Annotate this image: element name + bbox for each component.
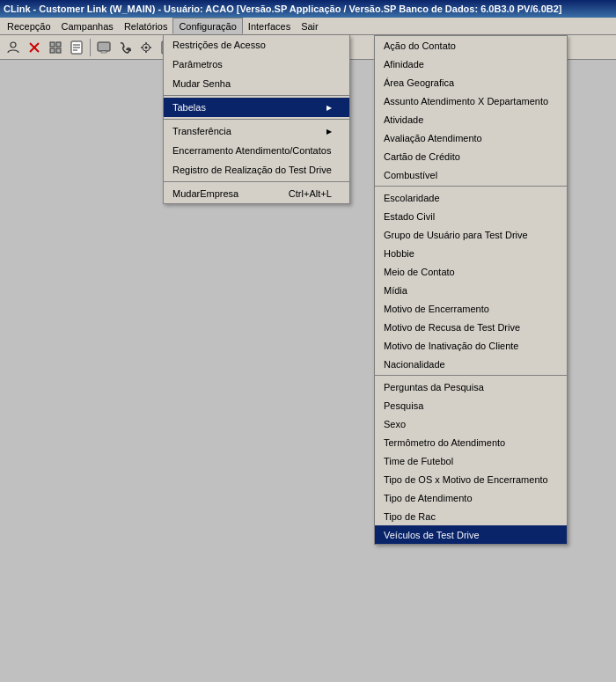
toolbar-btn-doc1[interactable] [67, 38, 86, 57]
menu-registro-test-drive[interactable]: Registro de Realização do Test Drive [164, 160, 349, 180]
tabelas-sep2 [375, 375, 567, 376]
menu-interfaces[interactable]: Interfaces [243, 18, 296, 34]
menu-encerramento[interactable]: Encerramento Atendimento/Contatos [164, 141, 349, 160]
menu-motivo-inativacao[interactable]: Motivo de Inativação do Cliente [375, 336, 567, 355]
menu-pesquisa[interactable]: Pesquisa [375, 396, 567, 414]
menu-mudar-empresa[interactable]: MudarEmpresa Ctrl+Alt+L [164, 184, 349, 203]
toolbar-btn-monitor[interactable] [94, 38, 114, 57]
menu-cartao-credito[interactable]: Cartão de Crédito [375, 147, 567, 165]
toolbar-btn-person[interactable] [4, 38, 23, 57]
svg-rect-12 [101, 51, 106, 53]
menu-sair[interactable]: Sair [296, 18, 324, 34]
menu-bar: Recepção Campanhas Relatórios Configuraç… [0, 18, 616, 35]
menu-recepcao[interactable]: Recepção [2, 18, 56, 34]
menu-area-geografica[interactable]: Área Geografica [375, 73, 567, 92]
svg-rect-3 [50, 42, 55, 47]
menu-relatorios[interactable]: Relatórios [119, 18, 173, 34]
menu-time-futebol[interactable]: Time de Futebol [375, 451, 567, 470]
svg-rect-4 [56, 42, 61, 47]
menu-atividade[interactable]: Atividade [375, 110, 567, 128]
toolbar-btn-x[interactable] [25, 38, 44, 57]
menu-tipo-os-motivo[interactable]: Tipo de OS x Motivo de Encerramento [375, 470, 567, 488]
menu-perguntas-pesquisa[interactable]: Perguntas da Pesquisa [375, 378, 567, 396]
title-bar: CLink - Customer Link (W_MAIN) - Usuário… [0, 0, 616, 18]
menu-tabelas[interactable]: Tabelas ▶ [164, 98, 349, 117]
menu-combustivel[interactable]: Combustível [375, 165, 567, 184]
menu-acao-contato[interactable]: Ação do Contato [375, 36, 567, 55]
toolbar-btn-grid[interactable] [46, 38, 65, 57]
menu-termometro[interactable]: Termômetro do Atendimento [375, 433, 567, 451]
menu-escolaridade[interactable]: Escolaridade [375, 188, 567, 207]
menu-tipo-atendimento[interactable]: Tipo de Atendimento [375, 488, 567, 507]
menu-sexo[interactable]: Sexo [375, 414, 567, 433]
toolbar-btn-tools[interactable] [136, 38, 156, 57]
menu-estado-civil[interactable]: Estado Civil [375, 207, 567, 225]
svg-point-14 [145, 46, 148, 48]
menu-nacionalidade[interactable]: Nacionalidade [375, 355, 567, 373]
tabelas-arrow: ▶ [326, 104, 332, 112]
menu-campanhas[interactable]: Campanhas [56, 18, 119, 34]
toolbar-btn-phone[interactable] [115, 38, 135, 57]
transferencia-arrow: ▶ [326, 128, 332, 136]
toolbar-sep1 [90, 39, 91, 56]
tabelas-submenu: Ação do Contato Afinidade Área Geografic… [374, 35, 568, 545]
svg-rect-5 [50, 48, 55, 53]
menu-meio-contato[interactable]: Meio de Contato [375, 262, 567, 281]
menu-avaliacao-atendimento[interactable]: Avaliação Atendimento [375, 128, 567, 147]
menu-midia[interactable]: Mídia [375, 281, 567, 299]
svg-point-0 [11, 42, 16, 48]
svg-rect-11 [98, 42, 110, 51]
menu-motivo-encerramento[interactable]: Motivo de Encerramento [375, 299, 567, 318]
menu-transferencia[interactable]: Transferência ▶ [164, 121, 349, 141]
svg-rect-6 [56, 48, 61, 53]
menu-mudar-senha[interactable]: Mudar Senha [164, 74, 349, 93]
tabelas-sep1 [375, 186, 567, 187]
menu-restricoes[interactable]: Restrições de Acesso [164, 35, 349, 55]
menu-assunto-atendimento[interactable]: Assunto Atendimento X Departamento [375, 92, 567, 110]
config-dropdown: Restrições de Acesso Parâmetros Mudar Se… [163, 35, 350, 204]
menu-grupo-usuario[interactable]: Grupo de Usuário para Test Drive [375, 225, 567, 244]
menu-hobbie[interactable]: Hobbie [375, 244, 567, 262]
config-sep3 [164, 181, 349, 182]
menu-parametros[interactable]: Parâmetros [164, 55, 349, 74]
title-text: CLink - Customer Link (W_MAIN) - Usuário… [4, 4, 562, 14]
config-sep1 [164, 95, 349, 96]
menu-motivo-recusa[interactable]: Motivo de Recusa de Test Drive [375, 318, 567, 336]
menu-afinidade[interactable]: Afinidade [375, 55, 567, 73]
menu-configuracao[interactable]: Configuração [172, 18, 242, 34]
config-sep2 [164, 119, 349, 120]
menu-veiculos-test-drive[interactable]: Veículos de Test Drive [375, 525, 567, 544]
menu-tipo-rac[interactable]: Tipo de Rac [375, 507, 567, 525]
